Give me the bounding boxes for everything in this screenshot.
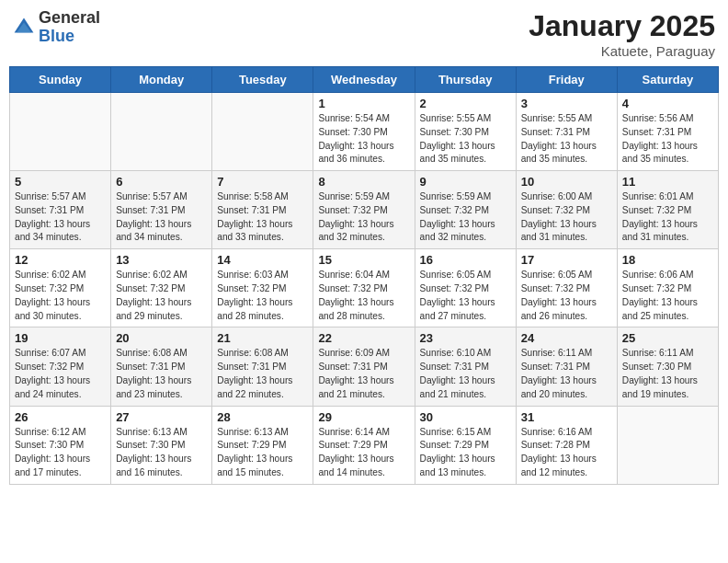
day-number: 24 (521, 331, 612, 345)
day-info: Sunrise: 6:11 AM Sunset: 7:30 PM Dayligh… (622, 347, 713, 401)
calendar-cell: 19Sunrise: 6:07 AM Sunset: 7:32 PM Dayli… (10, 327, 111, 406)
day-info: Sunrise: 6:12 AM Sunset: 7:30 PM Dayligh… (15, 426, 106, 480)
day-info: Sunrise: 6:13 AM Sunset: 7:29 PM Dayligh… (217, 426, 308, 480)
weekday-header-row: SundayMondayTuesdayWednesdayThursdayFrid… (10, 67, 719, 93)
day-number: 23 (420, 331, 511, 345)
calendar-table: SundayMondayTuesdayWednesdayThursdayFrid… (9, 66, 719, 485)
calendar-cell: 18Sunrise: 6:06 AM Sunset: 7:32 PM Dayli… (617, 249, 718, 327)
day-info: Sunrise: 6:02 AM Sunset: 7:32 PM Dayligh… (116, 269, 207, 323)
calendar-cell: 14Sunrise: 6:03 AM Sunset: 7:32 PM Dayli… (212, 249, 313, 327)
day-info: Sunrise: 5:57 AM Sunset: 7:31 PM Dayligh… (15, 190, 106, 245)
day-info: Sunrise: 6:15 AM Sunset: 7:29 PM Dayligh… (420, 426, 511, 480)
weekday-header-wednesday: Wednesday (313, 67, 415, 93)
calendar-cell: 15Sunrise: 6:04 AM Sunset: 7:32 PM Dayli… (313, 249, 415, 327)
day-info: Sunrise: 6:08 AM Sunset: 7:31 PM Dayligh… (217, 347, 308, 401)
day-number: 13 (116, 253, 207, 267)
day-info: Sunrise: 6:07 AM Sunset: 7:32 PM Dayligh… (15, 347, 106, 401)
day-number: 30 (420, 410, 511, 424)
calendar-cell: 11Sunrise: 6:01 AM Sunset: 7:32 PM Dayli… (617, 171, 718, 249)
calendar-cell: 5Sunrise: 5:57 AM Sunset: 7:31 PM Daylig… (10, 171, 111, 249)
day-number: 15 (318, 253, 409, 267)
day-info: Sunrise: 6:09 AM Sunset: 7:31 PM Dayligh… (318, 347, 409, 401)
day-info: Sunrise: 6:01 AM Sunset: 7:32 PM Dayligh… (622, 190, 713, 245)
day-info: Sunrise: 5:59 AM Sunset: 7:32 PM Dayligh… (318, 190, 409, 245)
day-number: 4 (622, 97, 713, 110)
day-number: 22 (318, 331, 409, 345)
weekday-header-monday: Monday (111, 67, 212, 93)
day-number: 29 (318, 410, 409, 424)
calendar-cell: 4Sunrise: 5:56 AM Sunset: 7:31 PM Daylig… (617, 93, 718, 171)
calendar-week-row: 19Sunrise: 6:07 AM Sunset: 7:32 PM Dayli… (10, 327, 719, 406)
day-number: 11 (622, 175, 713, 189)
calendar-cell (111, 93, 212, 171)
day-info: Sunrise: 6:16 AM Sunset: 7:28 PM Dayligh… (521, 426, 612, 480)
calendar-cell: 28Sunrise: 6:13 AM Sunset: 7:29 PM Dayli… (212, 406, 313, 484)
day-info: Sunrise: 6:02 AM Sunset: 7:32 PM Dayligh… (15, 269, 106, 323)
day-number: 2 (420, 97, 511, 110)
calendar-cell: 8Sunrise: 5:59 AM Sunset: 7:32 PM Daylig… (313, 171, 415, 249)
logo-blue-text: Blue (39, 28, 100, 46)
weekday-header-sunday: Sunday (10, 67, 111, 93)
calendar-header: SundayMondayTuesdayWednesdayThursdayFrid… (10, 67, 719, 93)
day-number: 21 (217, 331, 308, 345)
day-number: 3 (521, 97, 612, 110)
day-number: 12 (15, 253, 106, 267)
calendar-cell: 30Sunrise: 6:15 AM Sunset: 7:29 PM Dayli… (415, 406, 516, 484)
day-number: 27 (116, 410, 207, 424)
calendar-cell: 7Sunrise: 5:58 AM Sunset: 7:31 PM Daylig… (212, 171, 313, 249)
calendar-cell: 29Sunrise: 6:14 AM Sunset: 7:29 PM Dayli… (313, 406, 415, 484)
calendar-body: 1Sunrise: 5:54 AM Sunset: 7:30 PM Daylig… (10, 93, 719, 485)
calendar-cell: 12Sunrise: 6:02 AM Sunset: 7:32 PM Dayli… (10, 249, 111, 327)
weekday-header-tuesday: Tuesday (212, 67, 313, 93)
day-number: 16 (420, 253, 511, 267)
day-number: 26 (15, 410, 106, 424)
calendar-subtitle: Katuete, Paraguay (529, 43, 715, 59)
calendar-cell: 3Sunrise: 5:55 AM Sunset: 7:31 PM Daylig… (516, 93, 617, 171)
day-info: Sunrise: 5:55 AM Sunset: 7:30 PM Dayligh… (420, 112, 511, 167)
logo: General Blue (13, 9, 100, 46)
weekday-header-friday: Friday (516, 67, 617, 93)
day-number: 18 (622, 253, 713, 267)
calendar-cell: 22Sunrise: 6:09 AM Sunset: 7:31 PM Dayli… (313, 327, 415, 406)
day-number: 17 (521, 253, 612, 267)
calendar-cell: 27Sunrise: 6:13 AM Sunset: 7:30 PM Dayli… (111, 406, 212, 484)
calendar-week-row: 26Sunrise: 6:12 AM Sunset: 7:30 PM Dayli… (10, 406, 719, 484)
calendar-cell: 2Sunrise: 5:55 AM Sunset: 7:30 PM Daylig… (415, 93, 516, 171)
day-info: Sunrise: 6:08 AM Sunset: 7:31 PM Dayligh… (116, 347, 207, 401)
day-number: 9 (420, 175, 511, 189)
weekday-header-thursday: Thursday (415, 67, 516, 93)
calendar-cell: 10Sunrise: 6:00 AM Sunset: 7:32 PM Dayli… (516, 171, 617, 249)
page-header: General Blue January 2025 Katuete, Parag… (9, 9, 719, 59)
day-info: Sunrise: 6:03 AM Sunset: 7:32 PM Dayligh… (217, 269, 308, 323)
day-number: 28 (217, 410, 308, 424)
day-number: 10 (521, 175, 612, 189)
calendar-week-row: 1Sunrise: 5:54 AM Sunset: 7:30 PM Daylig… (10, 93, 719, 171)
day-info: Sunrise: 6:14 AM Sunset: 7:29 PM Dayligh… (318, 426, 409, 480)
calendar-cell: 25Sunrise: 6:11 AM Sunset: 7:30 PM Dayli… (617, 327, 718, 406)
day-info: Sunrise: 6:05 AM Sunset: 7:32 PM Dayligh… (420, 269, 511, 323)
day-number: 6 (116, 175, 207, 189)
title-block: January 2025 Katuete, Paraguay (529, 9, 715, 59)
calendar-cell: 16Sunrise: 6:05 AM Sunset: 7:32 PM Dayli… (415, 249, 516, 327)
calendar-cell: 26Sunrise: 6:12 AM Sunset: 7:30 PM Dayli… (10, 406, 111, 484)
day-number: 8 (318, 175, 409, 189)
day-info: Sunrise: 6:11 AM Sunset: 7:31 PM Dayligh… (521, 347, 612, 401)
calendar-cell: 17Sunrise: 6:05 AM Sunset: 7:32 PM Dayli… (516, 249, 617, 327)
logo-general-text: General (39, 9, 100, 28)
day-number: 1 (318, 97, 409, 110)
calendar-cell: 23Sunrise: 6:10 AM Sunset: 7:31 PM Dayli… (415, 327, 516, 406)
calendar-cell: 21Sunrise: 6:08 AM Sunset: 7:31 PM Dayli… (212, 327, 313, 406)
day-number: 7 (217, 175, 308, 189)
day-info: Sunrise: 5:55 AM Sunset: 7:31 PM Dayligh… (521, 112, 612, 167)
day-info: Sunrise: 5:57 AM Sunset: 7:31 PM Dayligh… (116, 190, 207, 245)
day-info: Sunrise: 5:56 AM Sunset: 7:31 PM Dayligh… (622, 112, 713, 167)
calendar-cell: 20Sunrise: 6:08 AM Sunset: 7:31 PM Dayli… (111, 327, 212, 406)
day-number: 25 (622, 331, 713, 345)
day-number: 19 (15, 331, 106, 345)
calendar-cell (10, 93, 111, 171)
day-info: Sunrise: 6:13 AM Sunset: 7:30 PM Dayligh… (116, 426, 207, 480)
logo-icon (13, 17, 35, 39)
calendar-cell: 24Sunrise: 6:11 AM Sunset: 7:31 PM Dayli… (516, 327, 617, 406)
calendar-cell: 1Sunrise: 5:54 AM Sunset: 7:30 PM Daylig… (313, 93, 415, 171)
day-number: 5 (15, 175, 106, 189)
